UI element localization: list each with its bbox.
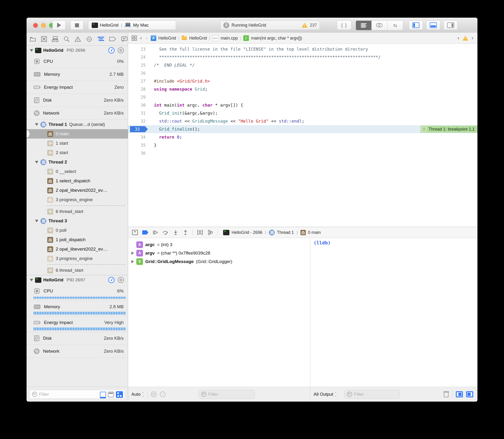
line-number[interactable]: 27 xyxy=(128,77,149,85)
process-stat-row[interactable]: CPU6% xyxy=(27,285,128,300)
continue-button[interactable] xyxy=(152,230,158,235)
debug-bar-process[interactable]: HelloGrid - 2696 xyxy=(232,230,262,235)
disclosure-triangle[interactable] xyxy=(35,220,38,222)
code-line[interactable]: 31 Grid_init(&argc,&argv); xyxy=(128,109,477,117)
stack-frame-row[interactable]: 2 opal_libevent2022_ev… xyxy=(27,244,128,254)
activity-viewer[interactable]: 2 Running HelloGrid 237 xyxy=(220,21,320,30)
stack-frame-row[interactable]: 3 progress_engine xyxy=(27,195,128,205)
disclosure-triangle[interactable] xyxy=(30,279,33,281)
process-stat-row[interactable]: NetworkZero KB/s xyxy=(27,345,128,358)
minimize-window-button[interactable] xyxy=(41,23,46,28)
disclosure-triangle[interactable] xyxy=(30,49,33,52)
jumpbar-symbol[interactable]: main(int argc, char * argv[]) xyxy=(251,36,302,41)
report-navigator-icon[interactable] xyxy=(121,36,128,42)
process-stat-row[interactable]: CPU0% xyxy=(27,55,128,68)
stack-frame-row[interactable]: 0 poll xyxy=(27,226,128,235)
gauge-bars-icon[interactable] xyxy=(117,47,124,54)
gauge-selected-icon[interactable] xyxy=(108,47,115,54)
stack-frame-row[interactable]: 3 progress_engine xyxy=(27,254,128,263)
breakpoints-toggle-button[interactable] xyxy=(142,230,148,234)
code-line[interactable]: 35} xyxy=(128,141,477,149)
test-navigator-icon[interactable] xyxy=(86,36,93,42)
scheme-selector[interactable]: HelloGrid 〉 My Mac xyxy=(88,21,176,30)
step-into-button[interactable] xyxy=(173,230,178,235)
process-stat-row[interactable]: Memory2.8 MB xyxy=(27,300,128,316)
show-running-blocks-button[interactable] xyxy=(108,392,114,397)
breakpoint-navigator-icon[interactable] xyxy=(109,37,116,42)
line-number[interactable]: 26 xyxy=(128,69,149,77)
code-line[interactable]: 30int main(int argc, char * argv[]) { xyxy=(128,101,477,109)
code-line[interactable]: 23 See the full license in the file "LIC… xyxy=(128,45,477,53)
debug-bar-frame[interactable]: 0 main xyxy=(308,230,321,235)
code-line[interactable]: 25/* END LEGAL */ xyxy=(128,61,477,69)
variables-filter-field[interactable]: Filter xyxy=(199,390,255,399)
stack-frame-row[interactable]: 1 select_dispatch xyxy=(27,176,128,186)
disclosure-triangle[interactable] xyxy=(131,252,134,255)
source-control-navigator-icon[interactable] xyxy=(41,36,47,42)
symbol-navigator-icon[interactable] xyxy=(52,36,59,42)
debug-view-hierarchy-button[interactable] xyxy=(197,230,203,235)
line-number[interactable]: 36 xyxy=(128,149,149,157)
stack-frame-row[interactable]: 1 start xyxy=(27,139,128,148)
assistant-editor-button[interactable] xyxy=(372,21,387,30)
code-line[interactable]: 26 xyxy=(128,69,477,77)
issue-navigator-icon[interactable] xyxy=(74,36,81,42)
debug-navigator-icon[interactable] xyxy=(98,36,104,42)
process-row[interactable]: HelloGridPID 2697 xyxy=(27,275,128,285)
toggle-debug-area-button[interactable] xyxy=(426,21,440,30)
disclosure-triangle[interactable] xyxy=(35,161,38,163)
stack-frame-row[interactable]: 6 thread_start xyxy=(27,207,128,216)
code-line[interactable]: 29 xyxy=(128,93,477,101)
line-number[interactable]: 25 xyxy=(128,61,149,69)
step-over-button[interactable] xyxy=(163,230,169,235)
breakpoint-annotation[interactable]: Thread 1: breakpoint 1.1 xyxy=(421,126,477,133)
line-number[interactable]: 24 xyxy=(128,53,149,61)
disclosure-triangle[interactable] xyxy=(131,260,134,263)
process-stat-row[interactable]: NetworkZero KB/s xyxy=(27,107,128,120)
line-number[interactable]: 35 xyxy=(128,141,149,149)
code-line[interactable]: 32 std::cout << GridLogMessage << "Hello… xyxy=(128,117,477,125)
go-forward-button[interactable]: › xyxy=(145,35,148,41)
show-console-view-button[interactable] xyxy=(466,391,473,397)
standard-editor-button[interactable] xyxy=(356,21,372,30)
variable-row[interactable]: Aargc = (int) 3 xyxy=(128,240,310,249)
close-window-button[interactable] xyxy=(33,23,38,28)
flatten-stack-button[interactable] xyxy=(100,392,106,397)
debug-bar-thread[interactable]: Thread 1 xyxy=(277,230,294,235)
process-stat-row[interactable]: Energy ImpactZero xyxy=(27,81,128,94)
stack-frame-row[interactable]: 2 start xyxy=(27,148,128,157)
thread-row[interactable]: Thread 1Queue:...d (serial) xyxy=(27,120,128,129)
go-back-button[interactable]: ‹ xyxy=(139,35,143,41)
code-line[interactable]: 24 *************************************… xyxy=(128,53,477,61)
code-line[interactable]: 34 return 0; xyxy=(128,133,477,141)
info-button[interactable]: i xyxy=(160,391,165,397)
console-output-popup[interactable]: All Output ⌃⌄ xyxy=(314,392,337,397)
process-stat-row[interactable]: DiskZero KB/s xyxy=(27,94,128,107)
code-line[interactable]: 28using namespace Grid; xyxy=(128,85,477,93)
show-variables-view-button[interactable] xyxy=(456,391,463,397)
view-process-hierarchy-button[interactable] xyxy=(116,391,123,398)
line-number[interactable]: 23 xyxy=(128,45,149,53)
stack-frame-row[interactable]: 0 __select xyxy=(27,167,128,176)
hide-debug-area-button[interactable] xyxy=(132,230,138,235)
line-number[interactable]: 31 xyxy=(128,109,149,117)
process-stat-row[interactable]: Memory2.7 MB xyxy=(27,68,128,81)
stack-frame-row[interactable]: 1 poll_dispatch xyxy=(27,235,128,244)
line-number[interactable]: 32 xyxy=(128,117,149,125)
quicklook-eye-button[interactable] xyxy=(151,391,157,397)
jumpbar-file[interactable]: main.cpp xyxy=(221,36,238,41)
line-number[interactable]: 29 xyxy=(128,93,149,101)
disclosure-triangle[interactable] xyxy=(35,123,38,126)
navigator-filter-field[interactable]: Filter xyxy=(29,390,125,399)
current-execution-line[interactable]: 3333 Grid_finalize();Thread 1: breakpoin… xyxy=(128,125,477,133)
jumpbar-group[interactable]: HelloGrid xyxy=(189,36,207,41)
line-number[interactable]: 34 xyxy=(128,133,149,141)
run-button[interactable] xyxy=(52,21,66,30)
related-items-icon[interactable] xyxy=(131,35,137,41)
step-out-button[interactable] xyxy=(183,230,188,235)
variable-row[interactable]: Aargv = (char **) 0x7ffee9039c28 xyxy=(128,249,310,257)
variable-row[interactable]: VGrid::GridLogMessage (Grid::GridLogger) xyxy=(128,257,310,266)
warning-count[interactable]: 237 xyxy=(310,23,317,28)
process-row[interactable]: HelloGridPID 2696 xyxy=(27,46,128,55)
toggle-inspectors-button[interactable] xyxy=(444,21,458,30)
